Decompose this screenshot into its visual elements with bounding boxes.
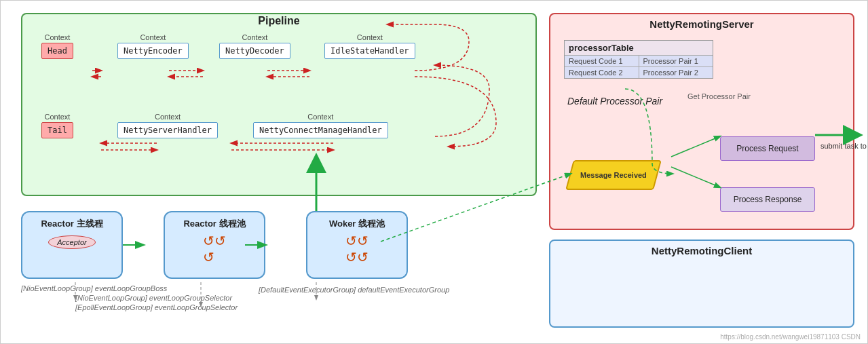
context-group-tail: Context Tail xyxy=(41,113,73,138)
processor-table: processorTable Request Code 1 Processor … xyxy=(564,40,713,79)
client-title: NettyRemotingClient xyxy=(652,245,752,256)
handler-encoder: NettyEncoder xyxy=(117,43,189,59)
process-response-box: Process Response xyxy=(720,187,815,212)
default-processor-pair: Default Processor Pair xyxy=(567,96,662,107)
worker-pool-title: Woker 线程池 xyxy=(329,218,385,230)
reactor-thread-pool: Reactor 线程池 ↺↺↺ xyxy=(164,211,265,279)
worker-thread-pool: Woker 线程池 ↺↺↺↺ xyxy=(306,211,408,279)
process-request-box: Process Request xyxy=(720,136,815,161)
diagram-container: Pipeline Context Head Context NettyEncod… xyxy=(0,0,868,344)
reactor-row: Reactor 主线程 Acceptor Reactor 线程池 ↺↺↺ Wok… xyxy=(21,211,408,279)
context-group-server-handler: Context NettyServerHandler xyxy=(117,113,218,138)
message-received-text: Message Received xyxy=(580,171,647,179)
get-processor-label: Get Processor Pair xyxy=(687,92,751,100)
handler-server-handler: NettyServerHandler xyxy=(117,122,218,138)
acceptor-oval: Acceptor xyxy=(48,235,95,249)
process-request-label: Process Request xyxy=(736,144,798,153)
reactor-pool-icons: ↺↺↺ xyxy=(203,233,226,265)
context-group-decoder: Context NettyDecoder xyxy=(219,33,290,59)
pipeline-title: Pipeline xyxy=(252,14,305,28)
server-box: NettyRemotingServer processorTable Reque… xyxy=(549,13,854,230)
bottom-annotations: [NioEventLoopGroup] eventLoopGroupBoss [… xyxy=(21,284,449,295)
context-label-encoder: Context xyxy=(140,33,166,41)
annot-line-2: [NioEventLoopGroup] eventLoopGroupSelect… xyxy=(75,294,449,302)
reactor-main-thread: Reactor 主线程 Acceptor xyxy=(21,211,123,279)
context-group-head: Context Head xyxy=(41,33,73,59)
server-title: NettyRemotingServer xyxy=(649,18,753,30)
reactor-pool-title: Reactor 线程池 xyxy=(183,218,245,230)
annot-line-4: [DefaultEventExecutorGroup] defaultEvent… xyxy=(259,286,449,294)
worker-pool-icons: ↺↺↺↺ xyxy=(345,233,369,265)
processor-table-row-1: Request Code 1 Processor Pair 1 xyxy=(565,55,713,66)
context-label-tail: Context xyxy=(44,113,70,121)
context-label-idle: Context xyxy=(357,33,383,41)
processor-table-cell-rc2: Request Code 2 xyxy=(565,67,639,78)
handler-decoder: NettyDecoder xyxy=(219,43,290,59)
context-label-decoder: Context xyxy=(242,33,267,41)
processor-table-cell-pp1: Processor Pair 1 xyxy=(639,56,713,66)
handler-head: Head xyxy=(41,43,73,59)
handler-tail: Tail xyxy=(41,122,73,138)
watermark: https://blog.csdn.net/wangwei19871103 CS… xyxy=(720,333,861,341)
handler-connect: NettyConnectManageHandler xyxy=(253,122,388,138)
message-received-diamond: Message Received xyxy=(565,160,662,190)
context-label-connect: Context xyxy=(307,113,333,121)
handler-idle: IdleStateHandler xyxy=(324,43,415,59)
reactor-main-title: Reactor 主线程 xyxy=(41,218,102,230)
context-label-head: Context xyxy=(44,33,70,41)
context-group-connect: Context NettyConnectManageHandler xyxy=(253,113,388,138)
pipeline-box: Pipeline Context Head Context NettyEncod… xyxy=(21,13,537,196)
submit-task-label: submit task to proces xyxy=(820,142,868,150)
processor-table-row-2: Request Code 2 Processor Pair 2 xyxy=(565,66,713,78)
context-label-server-handler: Context xyxy=(155,113,181,121)
context-group-encoder: Context NettyEncoder xyxy=(117,33,189,59)
processor-table-cell-pp2: Processor Pair 2 xyxy=(639,67,713,78)
context-group-idle: Context IdleStateHandler xyxy=(324,33,415,59)
processor-table-title: processorTable xyxy=(565,41,713,55)
processor-table-cell-rc1: Request Code 1 xyxy=(565,56,639,66)
client-box: NettyRemotingClient xyxy=(549,240,854,328)
annot-line-3: [EpollEventLoopGroup] eventLoopGroupSele… xyxy=(75,303,449,311)
process-response-label: Process Response xyxy=(734,195,802,204)
